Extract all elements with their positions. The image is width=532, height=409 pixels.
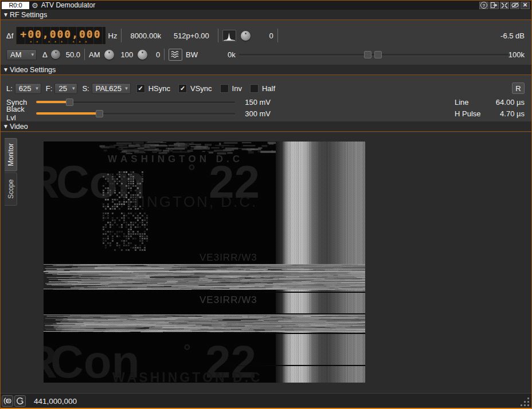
am-label: AM [89,50,100,59]
standard-label: S: [82,84,89,93]
synch-slider[interactable] [36,98,235,106]
gear-icon[interactable]: ⚙ [32,2,38,9]
offset-value: 0 [147,50,160,59]
help-icon: ? [480,2,487,9]
black-level-row: Black Lvl 300 mV H Pulse 4.70 µs [6,109,525,118]
fps-label: F: [46,84,53,93]
hz-unit-label: Hz [108,32,118,40]
modulation-select[interactable]: AM ▾ [6,49,37,60]
lines-value: 625 [19,84,32,93]
chevron-down-icon: ▾ [72,85,75,91]
half-frames-checkbox[interactable] [250,84,259,93]
titlebar[interactable]: R0:0 ⚙ ATV Demodulator ? [1,1,531,10]
line-label: Line [455,98,488,107]
bw-range-slider[interactable] [239,50,508,58]
reset-button-label: R [515,84,521,93]
half-frames-label: Half [262,84,275,93]
fm-deviation-knob[interactable] [51,50,60,59]
hpulse-label: H Pulse [455,109,488,118]
check-icon: ✓ [138,85,143,92]
spectrum-filter-button[interactable] [222,30,236,42]
black-level-value: 300 mV [235,109,271,118]
standard-select[interactable]: PAL625 ▾ [92,83,131,94]
lines-select[interactable]: 625 ▾ [15,83,41,94]
collapse-triangle-icon: ▼ [3,66,9,73]
delta-f-label: Δf [6,32,13,40]
video-title: Video [10,123,28,131]
invert-label: Inv [232,84,242,93]
move-to-workspace-button[interactable] [490,2,499,9]
atv-demodulator-window: R0:0 ⚙ ATV Demodulator ? [0,0,532,409]
rf-settings-header[interactable]: ▼ RF Settings [1,10,531,20]
video-standard-row: L: 625 ▾ F: 25 ▾ S: PAL625 ▾ ✓ HSync ✓ V… [6,82,525,95]
resize-grip[interactable] [521,398,530,407]
invert-checkbox[interactable] [220,84,229,93]
video-panel: Monitor Scope [1,132,531,393]
fft-offset-value: 0 [251,32,273,40]
video-header[interactable]: ▼ Video [1,121,531,132]
offset-knob[interactable] [138,50,147,60]
wavy-lines-icon [171,50,180,58]
rotate-arrow-icon [15,396,25,406]
frequency-dial-digits[interactable]: +00,000,000 [20,29,101,40]
vsync-label: VSync [190,84,212,93]
bw-max-label: 100k [508,50,525,59]
sync-frequency-button[interactable] [14,395,26,407]
am-depth-value: 100 [121,50,134,59]
hsync-label: HSync [148,84,170,93]
window-title: ATV Demodulator [41,1,95,9]
am-depth-knob[interactable] [104,50,114,60]
fps-select[interactable]: 25 ▾ [54,83,77,94]
channel-rate-value: 8000.00k [130,32,161,40]
fft-offset-knob[interactable] [241,31,251,41]
bw-slider-handle-low[interactable] [364,51,371,58]
collapse-triangle-icon: ▼ [3,11,9,18]
shrink-icon [501,2,508,9]
hsync-checkbox[interactable]: ✓ [136,84,145,93]
vsync-checkbox[interactable]: ✓ [178,84,187,93]
lines-label: L: [6,84,13,93]
frequency-dial-markers: ▴▴ ▴▴▴ ▴▴▴ [30,40,91,43]
bw-slider-handle-high[interactable] [374,51,382,58]
delta-label: Δ [42,50,48,59]
synch-slider-handle[interactable] [66,99,73,106]
black-level-slider-handle[interactable] [96,110,103,117]
chevron-down-icon: ▾ [31,52,34,57]
chevron-down-icon: ▾ [125,85,128,91]
fps-value: 25 [58,84,66,93]
channel-index-box[interactable]: R0:0 [2,2,29,9]
hpulse-value: 4.70 µs [488,109,525,118]
signal-target-icon [3,396,12,406]
close-button[interactable]: ✕ [521,2,530,9]
help-button[interactable]: ? [479,2,488,9]
fft-size-value: 512p+0.00 [174,32,209,40]
bw-label: BW [186,50,198,59]
video-settings-header[interactable]: ▼ Video Settings [1,65,531,75]
black-level-slider[interactable] [36,109,235,117]
rf-row-modulation: AM ▾ Δ 50.0 AM 100 0 BW 0k 100k [6,48,525,61]
close-icon: ✕ [523,2,527,8]
reset-defaults-button[interactable]: R [512,82,525,94]
chevron-down-icon: ▾ [36,85,38,91]
rf-row-frequency: Δf +00,000,000 ▴▴ ▴▴▴ ▴▴▴ Hz 8000.00k 51… [6,26,525,45]
bw-min-label: 0k [228,50,236,59]
modulation-value: AM [10,50,22,59]
video-settings-title: Video Settings [10,66,56,74]
shrink-button[interactable] [500,2,509,9]
video-monitor-display [44,141,365,383]
black-level-label: Black Lvl [6,105,36,122]
collapse-triangle-icon: ▼ [3,123,9,129]
channel-power-value: -6.5 dB [500,32,525,40]
line-value: 64.00 µs [488,98,525,107]
tab-scope[interactable]: Scope [5,172,17,206]
fm-deviation-value: 50.0 [66,50,80,59]
tab-monitor[interactable]: Monitor [5,138,17,171]
check-icon: ✓ [180,85,185,92]
hide-button[interactable] [510,2,519,9]
frequency-dial[interactable]: +00,000,000 ▴▴ ▴▴▴ ▴▴▴ [15,26,105,45]
standard-value: PAL625 [96,84,122,93]
channel-marker-button[interactable] [2,395,13,407]
bw-filter-button[interactable] [169,49,182,61]
device-frequency-value: 441,000,000 [34,397,77,406]
rf-settings-title: RF Settings [10,11,47,19]
